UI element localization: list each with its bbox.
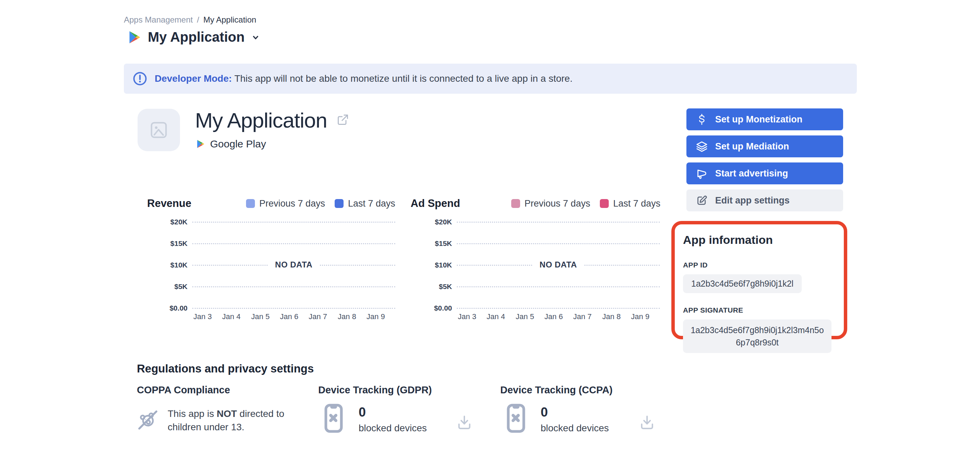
- app-name-heading: My Application: [195, 108, 327, 133]
- legend-swatch-last: [600, 199, 609, 208]
- y-tick-label: $5K: [439, 283, 452, 291]
- gdpr-blocked-label: blocked devices: [359, 423, 427, 434]
- dollar-icon: [696, 114, 708, 125]
- x-tick-label: Jan 9: [366, 312, 385, 321]
- x-tick-label: Jan 5: [251, 312, 270, 321]
- layers-icon: [696, 141, 708, 152]
- y-tick-label: $5K: [174, 283, 188, 291]
- legend-item-previous: Previous 7 days: [511, 199, 590, 209]
- breadcrumb-separator: /: [197, 15, 199, 25]
- breadcrumb-apps-management[interactable]: Apps Management: [124, 15, 192, 25]
- google-play-icon-small: [196, 139, 205, 149]
- gdpr-blocked-count: 0: [359, 405, 366, 420]
- revenue-chart: Revenue Previous 7 days Last 7 days $20K…: [147, 197, 395, 308]
- no-data-label: NO DATA: [268, 260, 319, 270]
- ad-spend-chart: Ad Spend Previous 7 days Last 7 days $20…: [410, 197, 660, 308]
- gdpr-download-icon[interactable]: [456, 414, 473, 432]
- y-tick-label: $20K: [170, 218, 188, 226]
- revenue-legend: Previous 7 days Last 7 days: [246, 199, 395, 209]
- x-tick-label: Jan 6: [280, 312, 298, 321]
- app-signature-label: APP SIGNATURE: [683, 306, 835, 314]
- coppa-not: NOT: [216, 408, 237, 419]
- x-tick-label: Jan 4: [222, 312, 240, 321]
- legend-label-previous: Previous 7 days: [259, 199, 325, 209]
- x-tick-label: Jan 3: [193, 312, 212, 321]
- phone-blocked-icon: [324, 403, 343, 433]
- x-tick-label: Jan 5: [515, 312, 534, 321]
- x-tick-label: Jan 6: [544, 312, 563, 321]
- legend-swatch-previous: [246, 199, 255, 208]
- x-tick-label: Jan 7: [309, 312, 327, 321]
- setup-monetization-button[interactable]: Set up Monetization: [686, 108, 843, 130]
- google-play-icon: [127, 30, 142, 44]
- y-tick-label: $15K: [435, 240, 452, 248]
- banner-text: Developer Mode: This app will not be abl…: [155, 73, 573, 84]
- app-signature-value: 1a2b3c4d5e6f7g8h9i0j1k2l3m4n5o6p7q8r9s0t: [683, 319, 832, 353]
- ccpa-download-icon[interactable]: [638, 414, 655, 432]
- start-advertising-label: Start advertising: [715, 168, 788, 179]
- ad-spend-plot-area: $20K $15K $10K $5K $0.00 NO DATA Jan 3 J…: [457, 222, 660, 308]
- start-advertising-button[interactable]: Start advertising: [686, 162, 843, 184]
- y-tick-label: $15K: [170, 240, 188, 248]
- legend-swatch-last: [335, 199, 344, 208]
- breadcrumb-current: My Application: [203, 15, 256, 25]
- ccpa-title: Device Tracking (CCPA): [500, 384, 612, 396]
- megaphone-icon: [696, 168, 708, 179]
- x-tick-label: Jan 3: [458, 312, 476, 321]
- hero-title-row: My Application: [195, 108, 349, 133]
- phone-blocked-icon: [506, 403, 526, 433]
- x-tick-label: Jan 7: [573, 312, 592, 321]
- legend-label-last: Last 7 days: [348, 199, 395, 209]
- ad-spend-legend: Previous 7 days Last 7 days: [511, 199, 660, 209]
- setup-monetization-label: Set up Monetization: [715, 114, 802, 125]
- no-data-label: NO DATA: [533, 260, 584, 270]
- ad-spend-chart-title: Ad Spend: [410, 197, 460, 210]
- y-tick-label: $10K: [435, 261, 452, 269]
- breadcrumb: Apps Management / My Application: [124, 15, 256, 25]
- store-name: Google Play: [210, 138, 266, 150]
- app-information-heading: App information: [683, 233, 835, 246]
- banner-bold-text: Developer Mode:: [155, 73, 232, 84]
- revenue-chart-title: Revenue: [147, 197, 191, 210]
- action-buttons: Set up Monetization Set up Mediation Sta…: [686, 108, 843, 211]
- image-placeholder-icon: [148, 120, 169, 140]
- chevron-down-icon[interactable]: [251, 32, 260, 42]
- warning-icon: [133, 71, 147, 86]
- regulations-heading: Regulations and privacy settings: [137, 362, 314, 375]
- app-id-label: APP ID: [683, 261, 835, 269]
- store-row: Google Play: [196, 138, 266, 150]
- legend-item-previous: Previous 7 days: [246, 199, 325, 209]
- y-tick-label: $10K: [170, 261, 188, 269]
- x-tick-label: Jan 8: [338, 312, 356, 321]
- ccpa-blocked-label: blocked devices: [541, 423, 609, 434]
- x-tick-label: Jan 4: [487, 312, 505, 321]
- y-tick-label: $20K: [435, 218, 452, 226]
- edit-app-settings-button[interactable]: Edit app settings: [686, 189, 843, 211]
- app-information-card: App information APP ID 1a2b3c4d5e6f7g8h9…: [671, 221, 847, 339]
- gdpr-title: Device Tracking (GDPR): [318, 384, 432, 396]
- ccpa-blocked-count: 0: [541, 405, 548, 420]
- coppa-bear-crossed-icon: [137, 409, 159, 431]
- revenue-plot-area: $20K $15K $10K $5K $0.00 NO DATA Jan 3 J…: [192, 222, 395, 308]
- page-title-row: My Application: [127, 29, 260, 45]
- y-tick-label: $0.00: [434, 304, 452, 312]
- legend-item-last: Last 7 days: [335, 199, 395, 209]
- legend-label-previous: Previous 7 days: [525, 199, 590, 209]
- page-title: My Application: [148, 29, 245, 45]
- legend-swatch-previous: [511, 199, 520, 208]
- app-overview-page: Apps Management / My Application My Appl…: [0, 0, 980, 459]
- legend-label-last: Last 7 days: [613, 199, 660, 209]
- y-tick-label: $0.00: [169, 304, 188, 312]
- app-icon-placeholder: [138, 109, 180, 151]
- edit-app-settings-label: Edit app settings: [715, 195, 790, 206]
- developer-mode-banner: Developer Mode: This app will not be abl…: [124, 64, 857, 94]
- app-id-value: 1a2b3c4d5e6f7g8h9i0j1k2l: [683, 274, 802, 293]
- edit-icon: [696, 195, 708, 206]
- x-tick-label: Jan 9: [631, 312, 649, 321]
- coppa-title: COPPA Compliance: [137, 384, 230, 396]
- external-link-icon[interactable]: [337, 114, 349, 126]
- x-tick-label: Jan 8: [602, 312, 621, 321]
- setup-mediation-label: Set up Mediation: [715, 141, 789, 152]
- legend-item-last: Last 7 days: [600, 199, 660, 209]
- setup-mediation-button[interactable]: Set up Mediation: [686, 135, 843, 157]
